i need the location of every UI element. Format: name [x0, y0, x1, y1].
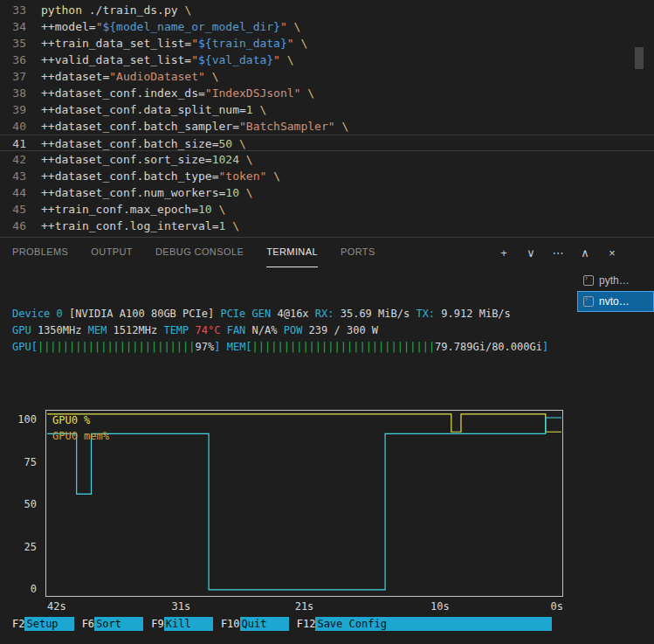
line-number: 43 [0, 168, 26, 184]
y-tick-label: 25 [12, 539, 37, 555]
code-text: ++valid_data_set_list="${val_data}" \ [41, 52, 294, 68]
line-number: 45 [0, 201, 26, 218]
panel-tab-terminal[interactable]: TERMINAL [266, 238, 318, 267]
close-panel-icon[interactable]: × [605, 246, 619, 260]
fkey-action-label: Sort [94, 617, 143, 631]
code-text: ++dataset="AudioDataset" \ [41, 68, 219, 85]
code-line-35[interactable]: 35++train_data_set_list="${train_data}" … [0, 35, 654, 52]
panel-tab-ports[interactable]: PORTS [341, 238, 375, 267]
code-text: ++model="${model_name_or_model_dir}" \ [41, 18, 300, 35]
line-number: 42 [0, 151, 26, 168]
legend-gpu0-mem-: GPU0 mem% [52, 428, 109, 444]
graph-x-axis: 42s31s21s10s0s [45, 599, 563, 614]
code-text: ++train_data_set_list="${train_data}" \ [41, 35, 307, 52]
fkey-key-label: F9 [151, 617, 163, 631]
fkey-key-label: F2 [12, 617, 24, 631]
line-number: 40 [0, 118, 26, 135]
fkey-f12: F12Save Config [297, 617, 552, 631]
code-line-37[interactable]: 37++dataset="AudioDataset" \ [0, 68, 654, 85]
code-text: ++dataset_conf.batch_type="token" \ [41, 168, 280, 184]
terminal-line: Device 0 [NVIDIA A100 80GB PCIe] PCIe GE… [12, 306, 577, 322]
panel-tab-debug-console[interactable]: DEBUG CONSOLE [155, 238, 244, 267]
code-line-34[interactable]: 34++model="${model_name_or_model_dir}" \ [0, 18, 654, 35]
terminal-list-item-label: nvto… [599, 295, 630, 308]
code-text: ++dataset_conf.sort_size=1024 \ [41, 151, 253, 168]
y-tick-label: 100 [12, 412, 37, 427]
terminal-icon [583, 275, 594, 286]
graph-plot-area: GPU0 %GPU0 mem% [45, 410, 563, 597]
line-number: 34 [0, 18, 26, 35]
code-text: ++train_conf.log_interval=1 \ [41, 218, 239, 234]
y-tick-label: 50 [12, 496, 37, 512]
code-text: ++dataset_conf.batch_sampler="BatchSampl… [41, 118, 348, 135]
terminal-list-item-pyth[interactable]: pyth… [577, 270, 654, 291]
editor-lines: 33python ./train_ds.py \34++model="${mod… [0, 0, 654, 234]
code-line-41[interactable]: 41++dataset_conf.batch_size=50 \ [0, 135, 654, 151]
fkey-f10: F10Quit [221, 617, 289, 631]
terminal-output[interactable]: Device 0 [NVIDIA A100 80GB PCIe] PCIe GE… [0, 267, 577, 644]
code-line-38[interactable]: 38++dataset_conf.index_ds="IndexDSJsonl"… [0, 85, 654, 101]
panel-actions: +∨⋯∧× [497, 238, 619, 267]
y-tick-label: 0 [12, 581, 37, 597]
fkey-f2: F2Setup [12, 617, 74, 631]
code-line-46[interactable]: 46++train_conf.log_interval=1 \ [0, 218, 654, 234]
code-text: ++dataset_conf.index_ds="IndexDSJsonl" \ [41, 85, 314, 101]
panel-header: PROBLEMSOUTPUTDEBUG CONSOLETERMINALPORTS… [0, 238, 654, 267]
graph-legend: GPU0 %GPU0 mem% [52, 412, 109, 444]
more-actions-icon[interactable]: ⋯ [551, 246, 565, 260]
maximize-panel-icon[interactable]: ∧ [578, 246, 592, 260]
terminal-list-item-label: pyth… [599, 274, 630, 287]
code-line-36[interactable]: 36++valid_data_set_list="${val_data}" \ [0, 52, 654, 68]
code-line-42[interactable]: 42++dataset_conf.sort_size=1024 \ [0, 151, 654, 168]
code-text: ++dataset_conf.num_workers=10 \ [41, 184, 253, 201]
line-number: 41 [0, 135, 26, 150]
line-number: 38 [0, 85, 26, 101]
bottom-panel: PROBLEMSOUTPUTDEBUG CONSOLETERMINALPORTS… [0, 237, 654, 644]
line-number: 37 [0, 68, 26, 85]
new-terminal-icon[interactable]: + [497, 246, 511, 260]
x-tick-label: 0s [551, 599, 563, 615]
x-tick-label: 10s [430, 599, 450, 615]
fkey-key-label: F6 [82, 617, 94, 631]
panel-tab-output[interactable]: OUTPUT [91, 238, 133, 267]
fkey-bar: F2SetupF6SortF9KillF10QuitF12Save Config [12, 617, 552, 631]
code-line-45[interactable]: 45++train_conf.max_epoch=10 \ [0, 201, 654, 218]
code-line-33[interactable]: 33python ./train_ds.py \ [0, 2, 654, 18]
line-number: 46 [0, 218, 26, 234]
terminal-info-lines: Device 0 [NVIDIA A100 80GB PCIe] PCIe GE… [12, 306, 577, 356]
fkey-action-label: Setup [24, 617, 73, 631]
fkey-key-label: F10 [221, 617, 240, 631]
code-line-44[interactable]: 44++dataset_conf.num_workers=10 \ [0, 184, 654, 201]
x-tick-label: 31s [171, 599, 190, 615]
code-text: ++train_conf.max_epoch=10 \ [41, 201, 225, 218]
terminal-list-item-nvto[interactable]: nvto… [577, 291, 654, 312]
code-editor[interactable]: 33python ./train_ds.py \34++model="${mod… [0, 0, 654, 237]
line-number: 39 [0, 101, 26, 118]
graph-traces [46, 411, 562, 596]
line-number: 36 [0, 52, 26, 68]
trace-gpu0-mem- [47, 418, 561, 590]
editor-scrollbar[interactable] [635, 0, 644, 237]
fkey-key-label: F12 [297, 617, 316, 631]
terminal-list: pyth…nvto… [577, 267, 654, 644]
code-line-39[interactable]: 39++dataset_conf.data_split_num=1 \ [0, 101, 654, 118]
terminal-icon [583, 296, 594, 307]
fkey-f6: F6Sort [82, 617, 144, 631]
panel-tabs: PROBLEMSOUTPUTDEBUG CONSOLETERMINALPORTS [12, 238, 398, 267]
fkey-action-label: Kill [164, 617, 213, 631]
trace-gpu0- [47, 414, 561, 432]
legend-gpu0-: GPU0 % [52, 412, 109, 428]
code-text: python ./train_ds.py \ [41, 2, 191, 18]
scrollbar-thumb[interactable] [635, 47, 644, 69]
code-text: ++dataset_conf.data_split_num=1 \ [41, 101, 266, 118]
panel-tab-problems[interactable]: PROBLEMS [12, 238, 68, 267]
terminal-line: GPU 1350MHz MEM 1512MHz TEMP 74°C FAN N/… [12, 322, 577, 339]
x-tick-label: 42s [47, 599, 66, 615]
fkey-action-label: Quit [240, 617, 289, 631]
y-tick-label: 75 [12, 454, 37, 470]
x-tick-label: 21s [295, 599, 314, 615]
code-line-43[interactable]: 43++dataset_conf.batch_type="token" \ [0, 168, 654, 184]
launch-profile-dropdown-icon[interactable]: ∨ [524, 246, 538, 260]
fkey-action-label: Save Config [315, 617, 552, 631]
code-line-40[interactable]: 40++dataset_conf.batch_sampler="BatchSam… [0, 118, 654, 135]
